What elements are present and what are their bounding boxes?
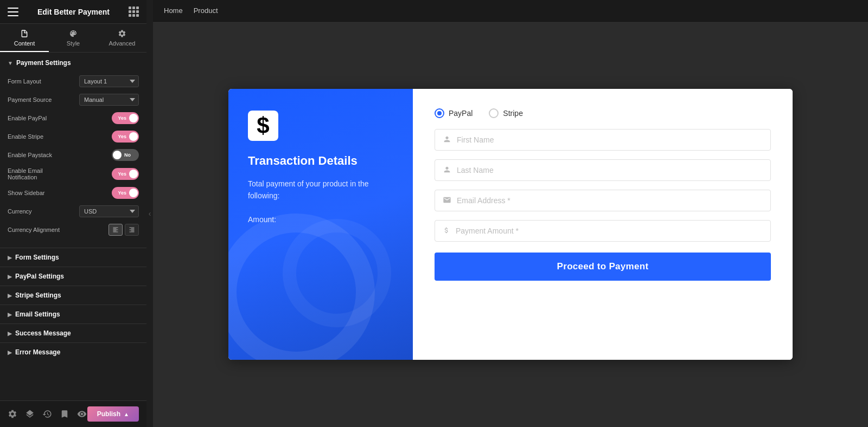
radio-stripe[interactable]: Stripe [489, 108, 523, 118]
section-success-message-label: Success Message [15, 329, 71, 337]
canvas-body: $ Transaction Details Total payment of y… [153, 22, 868, 427]
widget-title: Transaction Details [248, 154, 393, 168]
last-name-input[interactable] [457, 166, 763, 174]
enable-paypal-label: Enable PayPal [8, 115, 73, 121]
layers-icon[interactable] [25, 409, 35, 419]
field-form-layout: Form Layout Layout 1 Layout 2 Layout 3 [8, 75, 139, 87]
payment-amount-input[interactable] [456, 227, 763, 235]
show-sidebar-label: Show Sidebar [8, 190, 73, 196]
tab-content[interactable]: Content [0, 24, 49, 52]
payment-widget: $ Transaction Details Total payment of y… [228, 89, 793, 360]
breadcrumb-home[interactable]: Home [164, 7, 183, 15]
publish-button[interactable]: Publish ▲ [87, 406, 139, 422]
form-layout-select[interactable]: Layout 1 Layout 2 Layout 3 [79, 75, 139, 87]
menu-icon[interactable] [8, 8, 18, 16]
align-right-button[interactable] [125, 224, 139, 236]
first-name-input[interactable] [457, 135, 763, 144]
field-payment-source: Payment Source Manual WooCommerce EDD [8, 94, 139, 106]
enable-paystack-toggle[interactable]: No [112, 149, 139, 161]
person-icon-first [443, 135, 451, 145]
enable-stripe-toggle[interactable]: Yes [112, 131, 139, 143]
field-enable-paypal: Enable PayPal Yes [8, 112, 139, 124]
enable-paypal-toggle-label: Yes [115, 115, 129, 121]
currency-alignment-label: Currency Alignment [8, 227, 73, 233]
breadcrumb-product[interactable]: Product [194, 7, 218, 15]
section-form-arrow: ▶ [8, 255, 12, 261]
section-form-settings-label: Form Settings [15, 254, 59, 261]
align-buttons [108, 224, 139, 236]
payment-source-select[interactable]: Manual WooCommerce EDD [79, 94, 139, 106]
show-sidebar-toggle-label: Yes [115, 190, 129, 196]
left-panel: Edit Better Payment Content Style Advanc… [0, 0, 146, 427]
toggle-knob-paystack [113, 151, 122, 159]
currency-alignment-control [73, 224, 139, 236]
tab-style[interactable]: Style [49, 24, 98, 52]
section-error-message: ▶ Error Message [0, 342, 146, 361]
field-enable-email: Enable Email Notification Yes [8, 167, 139, 180]
enable-email-toggle-label: Yes [115, 171, 129, 177]
publish-chevron-icon: ▲ [124, 411, 129, 417]
section-form-settings: ▶ Form Settings [0, 248, 146, 267]
panel-body: ▼ Payment Settings Form Layout Layout 1 … [0, 53, 146, 400]
enable-email-toggle[interactable]: Yes [112, 168, 139, 180]
section-error-message-header[interactable]: ▶ Error Message [0, 343, 146, 361]
currency-select[interactable]: USD EUR GBP [79, 205, 139, 217]
proceed-to-payment-button[interactable]: Proceed to Payment [435, 253, 771, 281]
eye-icon[interactable] [77, 409, 87, 419]
dollar-sign-icon [443, 226, 450, 236]
section-stripe-settings-label: Stripe Settings [15, 292, 61, 299]
section-stripe-settings-header[interactable]: ▶ Stripe Settings [0, 286, 146, 305]
section-payment-settings-content: Form Layout Layout 1 Layout 2 Layout 3 P… [0, 73, 146, 248]
bookmark-icon[interactable] [60, 409, 69, 419]
last-name-field [435, 159, 771, 181]
section-paypal-arrow: ▶ [8, 274, 12, 280]
email-input[interactable] [457, 196, 763, 205]
radio-stripe-label: Stripe [503, 109, 523, 118]
section-success-arrow: ▶ [8, 331, 12, 337]
align-left-button[interactable] [108, 224, 123, 236]
radio-circle-stripe [489, 108, 499, 118]
field-currency: Currency USD EUR GBP [8, 205, 139, 217]
section-paypal-settings: ▶ PayPal Settings [0, 267, 146, 286]
settings-icon[interactable] [8, 409, 17, 419]
section-form-settings-header[interactable]: ▶ Form Settings [0, 248, 146, 267]
enable-paystack-control: No [73, 149, 139, 161]
enable-stripe-label: Enable Stripe [8, 133, 73, 140]
currency-label: Currency [8, 208, 73, 215]
person-icon-last [443, 165, 451, 175]
enable-email-control: Yes [73, 168, 139, 180]
footer-icons [8, 409, 87, 419]
grid-icon[interactable] [129, 7, 139, 17]
email-field [435, 190, 771, 211]
widget-right-panel: PayPal Stripe [413, 89, 793, 360]
panel-header: Edit Better Payment [0, 0, 146, 24]
payment-methods: PayPal Stripe [435, 108, 771, 118]
section-payment-settings[interactable]: ▼ Payment Settings [0, 53, 146, 73]
section-stripe-arrow: ▶ [8, 293, 12, 299]
radio-paypal[interactable]: PayPal [435, 108, 473, 118]
field-enable-stripe: Enable Stripe Yes [8, 131, 139, 143]
section-payment-settings-label: Payment Settings [16, 59, 71, 67]
payment-amount-field [435, 220, 771, 242]
tab-advanced[interactable]: Advanced [98, 24, 146, 52]
section-stripe-settings: ▶ Stripe Settings [0, 286, 146, 305]
field-show-sidebar: Show Sidebar Yes [8, 187, 139, 199]
first-name-field [435, 129, 771, 151]
show-sidebar-control: Yes [73, 187, 139, 199]
dollar-icon: $ [248, 111, 278, 141]
history-icon[interactable] [42, 409, 52, 419]
widget-description: Total payment of your product in the fol… [248, 178, 393, 202]
show-sidebar-toggle[interactable]: Yes [112, 187, 139, 199]
enable-paystack-toggle-label: No [122, 152, 133, 158]
email-icon [443, 196, 451, 205]
section-success-message-header[interactable]: ▶ Success Message [0, 324, 146, 342]
toggle-knob-stripe [129, 132, 138, 141]
section-email-settings-header[interactable]: ▶ Email Settings [0, 305, 146, 324]
enable-stripe-toggle-label: Yes [115, 134, 129, 139]
payment-source-label: Payment Source [8, 96, 73, 103]
field-currency-alignment: Currency Alignment [8, 224, 139, 236]
enable-paypal-toggle[interactable]: Yes [112, 112, 139, 124]
section-paypal-settings-header[interactable]: ▶ PayPal Settings [0, 267, 146, 286]
panel-resize-handle[interactable] [146, 0, 153, 427]
panel-footer: Publish ▲ [0, 400, 146, 427]
